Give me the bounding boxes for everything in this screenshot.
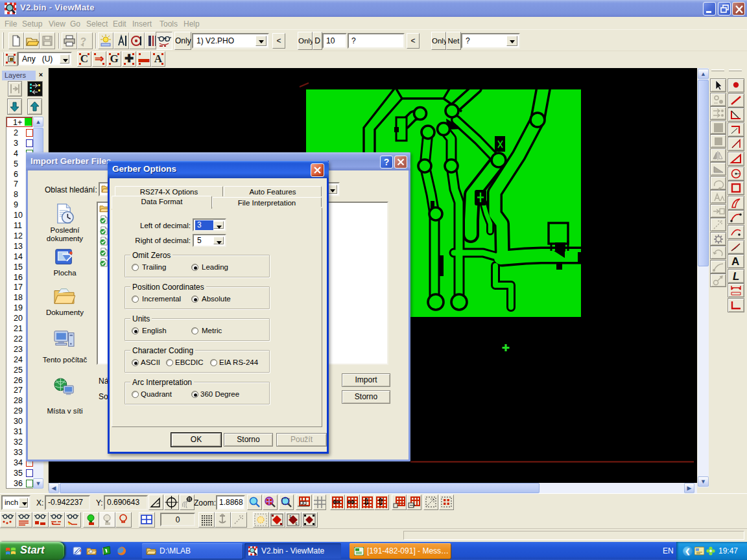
svg-text:s: s	[289, 514, 292, 519]
svg-text:A: A	[731, 255, 739, 268]
svg-text:L: L	[733, 270, 739, 283]
svg-text:s: s	[295, 521, 298, 526]
